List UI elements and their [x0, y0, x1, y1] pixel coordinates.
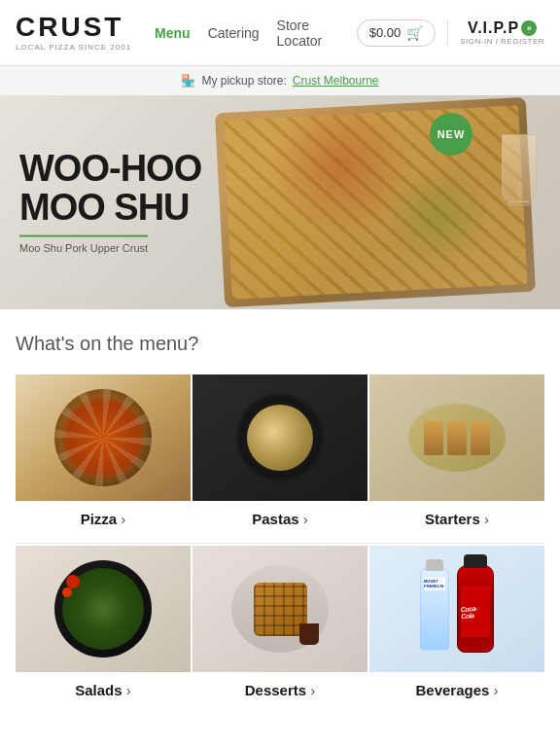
- category-row-1: Pizza › Pastas ›: [16, 374, 544, 541]
- pickup-prefix: My pickup store:: [201, 74, 286, 88]
- coke-label-text: Coca-Cola: [460, 603, 490, 620]
- category-starters[interactable]: Starters ›: [369, 374, 544, 541]
- pizza-arrow: ›: [121, 511, 125, 527]
- water-bottle-cap: [426, 559, 443, 571]
- store-icon: 🏪: [181, 74, 195, 88]
- category-desserts[interactable]: Desserts ›: [192, 546, 368, 712]
- cart-button[interactable]: $0.00 🛒: [357, 19, 437, 47]
- main-nav: Menu Catering Store Locator: [155, 18, 357, 49]
- hero-pizza-toppings: [215, 97, 536, 307]
- pizza-drizzle: [54, 389, 152, 486]
- desserts-arrow: ›: [310, 682, 315, 698]
- cart-amount: $0.00: [369, 25, 402, 40]
- hero-subtitle: Moo Shu Pork Upper Crust: [19, 234, 148, 253]
- beverages-arrow: ›: [494, 682, 499, 698]
- hero-banner[interactable]: NEW WOO-HOO MOO SHU Moo Shu Pork Upper C…: [0, 95, 560, 309]
- logo-tagline: LOCAL PIZZA SINCE 2001: [16, 43, 131, 52]
- row-divider: [16, 543, 544, 544]
- logo-area: CRUST LOCAL PIZZA SINCE 2001: [16, 14, 131, 52]
- nav-menu[interactable]: Menu: [155, 25, 191, 41]
- beverages-label[interactable]: Beverages ›: [369, 672, 544, 712]
- pasta-bowl: [236, 394, 324, 481]
- pizza-label[interactable]: Pizza ›: [16, 501, 191, 541]
- bread-piece-2: [447, 421, 467, 455]
- starters-arrow: ›: [484, 511, 489, 527]
- beverages-image: MOUNT FRANKLIN Coca-Cola: [369, 546, 544, 672]
- category-salads[interactable]: Salads ›: [16, 546, 191, 712]
- coke-label: Coca-Cola: [461, 586, 490, 637]
- pickup-bar: 🏪 My pickup store: Crust Melbourne: [0, 66, 560, 95]
- category-pizza[interactable]: Pizza ›: [16, 374, 191, 541]
- hero-title: WOO-HOO MOO SHU: [19, 150, 201, 228]
- bread-piece-1: [424, 421, 443, 455]
- salad-tomato-1: [66, 575, 80, 588]
- sauce-cup: [299, 623, 319, 645]
- salads-image: [16, 546, 191, 672]
- glass-stem: [517, 183, 521, 200]
- hero-title-line2: MOO SHU: [19, 187, 190, 228]
- salads-label[interactable]: Salads ›: [16, 672, 191, 712]
- pickup-store-link[interactable]: Crust Melbourne: [293, 74, 379, 88]
- vipp-signin[interactable]: SIGN-IN / REGISTER: [460, 37, 544, 46]
- cart-icon: 🛒: [406, 25, 423, 41]
- salad-plate: [54, 560, 152, 658]
- water-bottle: MOUNT FRANKLIN: [420, 568, 449, 651]
- coke-bottle: Coca-Cola: [457, 565, 494, 653]
- new-badge: NEW: [430, 113, 472, 156]
- vipp-section: V.I.P.P » SIGN-IN / REGISTER: [447, 19, 544, 46]
- desserts-label[interactable]: Desserts ›: [192, 672, 368, 712]
- dessert-plate: [231, 565, 329, 653]
- bread-piece-3: [471, 421, 490, 455]
- pasta-image: [192, 374, 368, 501]
- hero-content: WOO-HOO MOO SHU Moo Shu Pork Upper Crust: [19, 150, 201, 256]
- vipp-text: V.I.P.P: [468, 19, 519, 37]
- pasta-arrow: ›: [303, 511, 308, 527]
- hero-pizza-image: [215, 97, 536, 307]
- pasta-label[interactable]: Pastas ›: [192, 501, 368, 541]
- vipp-arrow-icon: »: [521, 20, 537, 36]
- mtn-frank-label: MOUNT FRANKLIN: [424, 577, 445, 590]
- hero-glass: [494, 115, 544, 202]
- starters-label[interactable]: Starters ›: [369, 501, 544, 541]
- bread-loaves: [424, 421, 490, 455]
- vipp-label: V.I.P.P »: [468, 19, 537, 37]
- starters-plate: [408, 404, 506, 472]
- header: CRUST LOCAL PIZZA SINCE 2001 Menu Cateri…: [0, 0, 560, 66]
- nav-store-locator[interactable]: Store Locator: [277, 18, 357, 49]
- pizza-circle: [54, 389, 152, 486]
- menu-section: What's on the menu? Pizza ›: [0, 309, 560, 722]
- category-beverages[interactable]: MOUNT FRANKLIN Coca-Cola Beverages ›: [369, 546, 544, 712]
- logo-title: CRUST: [16, 14, 131, 41]
- category-pastas[interactable]: Pastas ›: [192, 374, 368, 541]
- category-row-2: Salads › Desserts ›: [16, 546, 544, 712]
- pizza-image: [16, 374, 191, 501]
- header-right: $0.00 🛒 V.I.P.P » SIGN-IN / REGISTER: [357, 19, 544, 47]
- menu-heading: What's on the menu?: [16, 333, 544, 355]
- desserts-image: [192, 546, 368, 672]
- nav-catering[interactable]: Catering: [208, 25, 260, 41]
- coke-cap: [464, 554, 487, 568]
- starters-image: [369, 374, 544, 501]
- salads-arrow: ›: [126, 682, 131, 698]
- hero-title-line1: WOO-HOO: [19, 148, 201, 189]
- salad-tomato-2: [62, 587, 72, 597]
- pasta-noodles: [247, 405, 313, 471]
